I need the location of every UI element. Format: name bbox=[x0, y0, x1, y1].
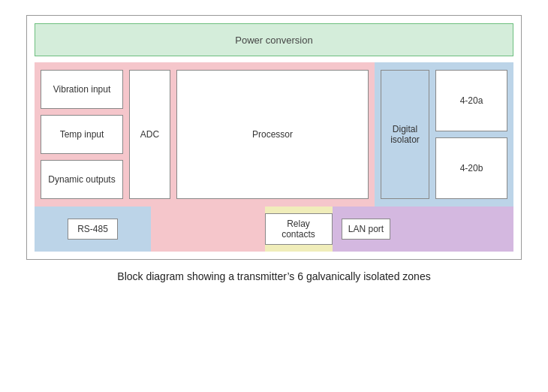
relay-box: Relay contacts bbox=[265, 213, 333, 245]
blue-inner: Digital isolator 4-20a 4-20b bbox=[381, 70, 507, 199]
rs485-zone: RS-485 bbox=[35, 207, 151, 252]
diagram-caption: Block diagram showing a transmitter’s 6 … bbox=[117, 270, 430, 282]
temp-input-box: Temp input bbox=[41, 115, 123, 154]
gap-zone bbox=[151, 207, 265, 252]
dynamic-outputs-box: Dynamic outputs bbox=[41, 160, 123, 199]
relay-zone: Relay contacts bbox=[265, 207, 333, 252]
output-4-20b-label: 4-20b bbox=[460, 163, 483, 173]
adc-label: ADC bbox=[140, 129, 159, 140]
processor-box: Processor bbox=[176, 70, 369, 199]
lan-box: LAN port bbox=[342, 219, 390, 240]
lan-zone: LAN port bbox=[333, 207, 400, 252]
digital-isolator-label: Digital isolator bbox=[386, 124, 424, 145]
vibration-input-box: Vibration input bbox=[41, 70, 123, 109]
content-row: Vibration input Temp input Dynamic outpu… bbox=[35, 62, 513, 207]
output-4-20a-box: 4-20a bbox=[435, 70, 507, 131]
digital-isolator-box: Digital isolator bbox=[381, 70, 429, 199]
power-conversion-label: Power conversion bbox=[235, 35, 312, 46]
rs485-box: RS-485 bbox=[68, 219, 118, 240]
blue-zone: Digital isolator 4-20a 4-20b bbox=[375, 62, 513, 207]
block-diagram: Power conversion Vibration input Temp in… bbox=[26, 15, 522, 260]
pink-zone: Vibration input Temp input Dynamic outpu… bbox=[35, 62, 375, 207]
pink-inner: Vibration input Temp input Dynamic outpu… bbox=[41, 70, 369, 199]
output-4-20a-label: 4-20a bbox=[460, 95, 483, 106]
temp-input-label: Temp input bbox=[60, 129, 104, 140]
right-zone bbox=[400, 207, 514, 252]
rs485-label: RS-485 bbox=[77, 224, 108, 234]
vibration-input-label: Vibration input bbox=[53, 84, 111, 95]
processor-column: Processor bbox=[176, 70, 369, 199]
adc-box: ADC bbox=[129, 70, 170, 199]
processor-label: Processor bbox=[252, 129, 293, 140]
output-4-20b-box: 4-20b bbox=[435, 137, 507, 199]
output-column: 4-20a 4-20b bbox=[435, 70, 507, 199]
power-conversion-zone: Power conversion bbox=[35, 23, 513, 56]
left-column: Vibration input Temp input Dynamic outpu… bbox=[41, 70, 123, 199]
adc-column: ADC bbox=[129, 70, 170, 199]
dynamic-outputs-label: Dynamic outputs bbox=[48, 174, 115, 185]
lan-port-label: LAN port bbox=[348, 224, 384, 234]
relay-contacts-label: Relay contacts bbox=[282, 219, 315, 240]
zones-row: RS-485 Relay contacts LAN port bbox=[35, 207, 513, 252]
